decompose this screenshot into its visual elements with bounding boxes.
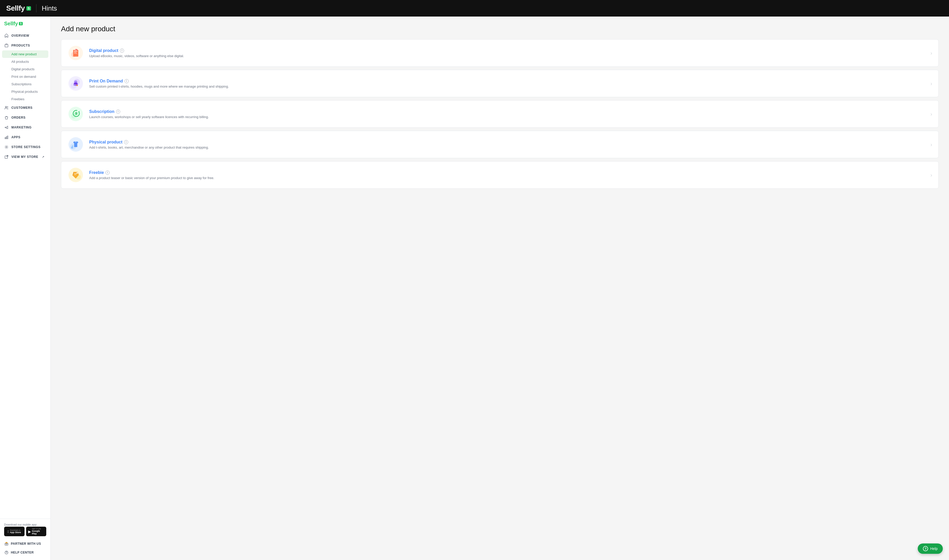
home-icon	[4, 33, 9, 38]
svg-point-27	[77, 85, 78, 86]
svg-text:zip: zip	[75, 49, 77, 51]
info-icon-print-on-demand[interactable]: i	[125, 79, 129, 83]
product-icon-physical	[68, 136, 84, 153]
svg-rect-17	[74, 52, 77, 52]
product-card-subscription[interactable]: $ Subscription i Launch courses, worksho…	[61, 100, 939, 128]
header-divider	[36, 4, 37, 12]
sidebar-item-overview[interactable]: OVERVIEW	[0, 31, 51, 41]
store-settings-label: STORE SETTINGS	[11, 145, 41, 149]
physical-products-label: Physical products	[11, 90, 38, 94]
freebies-label: Freebies	[11, 97, 25, 101]
help-question-icon: ?	[923, 546, 928, 551]
svg-point-2	[7, 106, 8, 108]
svg-point-9	[6, 542, 6, 543]
sidebar-sub-subscriptions[interactable]: Subscriptions	[0, 80, 51, 88]
print-on-demand-label: Print on demand	[11, 75, 36, 78]
product-card-digital[interactable]: zip Digital product i Upload eBooks, mus…	[61, 39, 939, 67]
product-icon-subscription: $	[68, 106, 84, 122]
product-desc-physical: Add t-shirts, books, art, merchandise or…	[89, 146, 926, 149]
product-card-print-on-demand[interactable]: Print On Demand i Sell custom printed t-…	[61, 70, 939, 97]
product-card-freebie[interactable]: Freebie i Add a product teaser or basic …	[61, 161, 939, 189]
arrow-icon-subscription: ›	[931, 111, 932, 117]
product-icon-freebie	[68, 167, 84, 183]
svg-rect-16	[74, 51, 77, 51]
header-logo: Sellfy S	[6, 4, 31, 12]
sidebar-nav: OVERVIEW PRODUCTS Add new product All pr…	[0, 29, 51, 518]
sidebar-sub-physical-products[interactable]: Physical products	[0, 88, 51, 95]
apple-icon: 	[8, 529, 9, 534]
sidebar-item-customers[interactable]: CUSTOMERS	[0, 103, 51, 113]
sidebar-item-help-center[interactable]: HELP CENTER	[4, 548, 46, 557]
product-title-physical: Physical product i	[89, 140, 926, 145]
svg-rect-25	[74, 83, 77, 84]
svg-point-36	[71, 146, 73, 149]
orders-label: ORDERS	[11, 116, 26, 119]
external-link-arrow: ↗	[42, 155, 45, 158]
app-store-sub: Download on	[10, 529, 21, 531]
sidebar-item-marketing[interactable]: MARKETING	[0, 123, 51, 132]
sidebar-item-apps[interactable]: APPS	[0, 132, 51, 142]
product-info-print-on-demand: Print On Demand i Sell custom printed t-…	[89, 79, 926, 88]
app-store-button[interactable]:  Download on App Store	[4, 527, 25, 536]
app-buttons:  Download on App Store ▶ GET IT ON Goog…	[4, 527, 46, 536]
sidebar-item-store-settings[interactable]: STORE SETTINGS	[0, 142, 51, 152]
product-info-digital: Digital product i Upload eBooks, music, …	[89, 48, 926, 58]
svg-rect-5	[7, 136, 8, 139]
google-play-button[interactable]: ▶ GET IT ON Google Play	[26, 527, 46, 536]
google-play-sub: GET IT ON	[32, 528, 45, 530]
users-icon	[4, 105, 9, 110]
info-icon-digital[interactable]: i	[120, 49, 124, 53]
info-icon-physical[interactable]: i	[124, 140, 128, 144]
help-button[interactable]: ? Help	[918, 543, 943, 554]
sidebar-sub-digital-products[interactable]: Digital products	[0, 65, 51, 73]
arrow-icon-digital: ›	[931, 50, 932, 56]
app-store-text: Download on App Store	[10, 529, 21, 534]
external-link-icon	[4, 155, 9, 159]
svg-rect-41	[74, 174, 76, 175]
sidebar-item-orders[interactable]: ORDERS	[0, 113, 51, 123]
help-center-icon	[4, 550, 9, 555]
all-products-label: All products	[11, 60, 29, 63]
svg-rect-3	[5, 137, 6, 139]
product-title-digital: Digital product i	[89, 48, 926, 53]
sidebar: Sellfy S OVERVIEW	[0, 17, 51, 560]
box-icon	[4, 43, 9, 48]
sidebar-logo-area: Sellfy S	[0, 17, 51, 29]
arrow-icon-freebie: ›	[931, 172, 932, 178]
view-my-store-label: VIEW MY STORE	[11, 155, 38, 158]
info-icon-freebie[interactable]: i	[105, 171, 109, 175]
product-desc-print-on-demand: Sell custom printed t-shirts, hoodies, m…	[89, 85, 926, 88]
sidebar-sub-all-products[interactable]: All products	[0, 58, 51, 65]
svg-point-6	[6, 146, 7, 148]
sidebar-sub-print-on-demand[interactable]: Print on demand	[0, 73, 51, 80]
product-card-physical[interactable]: Physical product i Add t-shirts, books, …	[61, 131, 939, 158]
partner-label: PARTNER WITH US	[11, 542, 41, 546]
svg-text:$: $	[75, 112, 77, 115]
sidebar-logo: Sellfy S	[4, 21, 23, 27]
content-area: Add new product zip Digital product	[51, 17, 949, 560]
main-layout: Sellfy S OVERVIEW	[0, 17, 949, 560]
svg-point-39	[77, 172, 78, 174]
sidebar-item-partner[interactable]: PARTNER WITH US	[4, 539, 46, 548]
sidebar-sub-freebies[interactable]: Freebies	[0, 95, 51, 103]
help-center-label: HELP CENTER	[11, 551, 34, 554]
svg-rect-4	[6, 137, 7, 139]
mobile-app-label: Download our mobile app:	[4, 523, 37, 526]
sidebar-item-products[interactable]: PRODUCTS	[0, 41, 51, 51]
page-title: Add new product	[61, 25, 939, 33]
shopping-bag-icon	[4, 115, 9, 120]
sidebar-sub-add-new-product[interactable]: Add new product	[2, 51, 48, 58]
header-title: Hints	[42, 5, 57, 12]
settings-icon	[4, 145, 9, 149]
google-play-name: Google Play	[32, 530, 45, 535]
overview-label: OVERVIEW	[11, 34, 29, 37]
product-info-subscription: Subscription i Launch courses, workshops…	[89, 109, 926, 119]
arrow-icon-print-on-demand: ›	[931, 81, 932, 86]
sidebar-logo-badge: S	[19, 22, 23, 25]
info-icon-subscription[interactable]: i	[116, 109, 120, 114]
sidebar-item-view-my-store[interactable]: VIEW MY STORE ↗	[0, 152, 51, 162]
product-desc-digital: Upload eBooks, music, videos, software o…	[89, 54, 926, 58]
product-desc-subscription: Launch courses, workshops or sell yearly…	[89, 115, 926, 119]
apps-label: APPS	[11, 135, 20, 139]
svg-point-26	[74, 84, 75, 86]
